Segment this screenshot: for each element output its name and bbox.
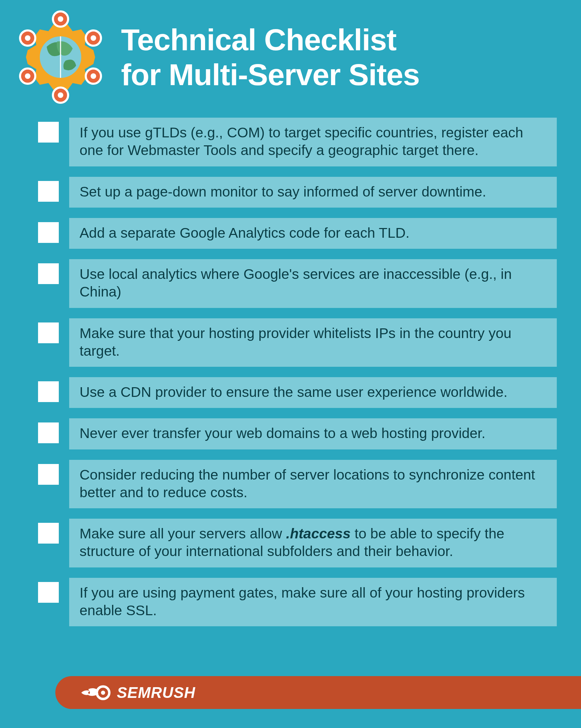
footer-bar: SEMRUSH: [55, 676, 581, 709]
checkbox[interactable]: [38, 523, 59, 544]
checklist-item: Never ever transfer your web domains to …: [38, 418, 557, 449]
checkbox[interactable]: [38, 322, 59, 343]
brand-logo: SEMRUSH: [80, 684, 195, 701]
checkbox[interactable]: [38, 464, 59, 485]
checklist-item-text: Make sure all your servers allow .htacce…: [69, 519, 557, 567]
checklist-item: Make sure all your servers allow .htacce…: [38, 519, 557, 567]
svg-point-13: [25, 35, 30, 41]
svg-point-5: [91, 35, 96, 41]
checkbox[interactable]: [38, 222, 59, 243]
checkbox[interactable]: [38, 422, 59, 443]
checklist-item-text: If you use gTLDs (e.g., COM) to target s…: [69, 118, 557, 166]
checklist-item-text: Add a separate Google Analytics code for…: [69, 218, 557, 249]
checklist-item-text: Use local analytics where Google's servi…: [69, 259, 557, 308]
checkbox[interactable]: [38, 263, 59, 284]
checklist-item-text: If you are using payment gates, make sur…: [69, 578, 557, 627]
checkbox[interactable]: [38, 381, 59, 402]
header: Technical Checklist for Multi-Server Sit…: [0, 0, 581, 118]
checklist-item: If you are using payment gates, make sur…: [38, 578, 557, 627]
checklist-item: Use local analytics where Google's servi…: [38, 259, 557, 308]
svg-point-7: [91, 73, 96, 79]
fireball-icon: [80, 684, 111, 701]
checklist-item-text: Never ever transfer your web domains to …: [69, 418, 557, 449]
checklist-item: Add a separate Google Analytics code for…: [38, 218, 557, 249]
page-title: Technical Checklist for Multi-Server Sit…: [121, 22, 419, 92]
checklist-item-text: Use a CDN provider to ensure the same us…: [69, 377, 557, 408]
globe-gear-icon: [14, 10, 107, 104]
checklist-item: Use a CDN provider to ensure the same us…: [38, 377, 557, 408]
checklist-item: Set up a page-down monitor to say inform…: [38, 177, 557, 208]
svg-point-9: [58, 92, 63, 98]
brand-name: SEMRUSH: [117, 684, 195, 701]
checklist-item-text: Make sure that your hosting provider whi…: [69, 318, 557, 367]
checklist: If you use gTLDs (e.g., COM) to target s…: [0, 118, 581, 626]
checklist-item: Consider reducing the number of server l…: [38, 460, 557, 509]
svg-point-11: [25, 73, 30, 79]
svg-point-3: [58, 16, 63, 22]
checkbox[interactable]: [38, 181, 59, 202]
checklist-item: Make sure that your hosting provider whi…: [38, 318, 557, 367]
checkbox[interactable]: [38, 122, 59, 143]
checklist-item: If you use gTLDs (e.g., COM) to target s…: [38, 118, 557, 166]
svg-point-15: [101, 691, 105, 695]
checklist-item-text: Consider reducing the number of server l…: [69, 460, 557, 509]
checklist-item-text: Set up a page-down monitor to say inform…: [69, 177, 557, 208]
checkbox[interactable]: [38, 582, 59, 603]
